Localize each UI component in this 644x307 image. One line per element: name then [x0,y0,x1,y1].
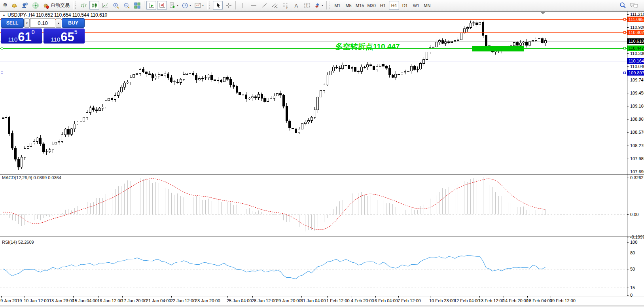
line-chart-button[interactable] [100,1,110,10]
line-selection-handle[interactable] [1,72,3,74]
toolbar-separator [235,1,236,9]
candle-body [176,82,178,82]
one-click-trading-panel: SELL ▼ 0.10 ▲ BUY 110610 110655 [1,18,85,44]
trendline-tool-button[interactable] [259,1,269,10]
zoom-out-icon [123,2,130,9]
timeframe-button-D1[interactable]: D1 [400,1,410,10]
autotrading-button[interactable]: 自动交易 [41,1,71,10]
templates-button[interactable]: ▾ [193,1,205,10]
panel-resize-handle-rsi[interactable] [0,236,627,239]
timeframe-button-M1[interactable]: M1 [332,1,343,10]
timeframe-button-H1[interactable]: H1 [378,1,388,10]
candle-body [279,93,281,95]
candle-body [258,95,259,98]
toolbar-grip[interactable] [329,2,331,9]
journal-button[interactable] [9,1,19,10]
chart-canvas[interactable]: 111.210110.920110.330110.040109.745109.4… [0,11,644,305]
candle-body [148,74,150,74]
candle-body [544,40,546,43]
accounts-button[interactable] [20,1,30,10]
candle-body [152,74,153,78]
line-selection-handle[interactable] [1,47,3,49]
pivot-annotation-text[interactable]: 多空转折点110.447 [335,42,400,52]
signals-button[interactable] [30,1,40,10]
channel-tool-button[interactable]: E [270,1,280,10]
line-selection-handle[interactable] [623,47,625,49]
candle-body [198,79,200,80]
macd-indicator-label: MACD(12,26,9) 0.0399 0.0364 [2,175,61,180]
auto-scroll-button[interactable] [146,1,156,10]
label-tool-button[interactable]: T [302,1,312,10]
candle-body [441,41,443,44]
cursor-button[interactable] [213,1,223,10]
toolbar-grip[interactable] [209,2,211,9]
vertical-line-tool-button[interactable] [238,1,248,10]
candle-body [136,74,138,75]
candle-body [438,41,440,42]
line-selection-handle[interactable] [623,32,625,34]
candle-body [320,91,322,97]
candle-body [457,40,459,41]
tile-windows-button[interactable] [132,1,142,10]
candle-body [276,93,278,96]
collapse-one-click-icon[interactable]: ▲ [2,13,6,17]
candle-body [407,71,409,71]
candle-body [404,72,406,72]
periods-button[interactable]: ▾ [180,1,192,10]
fibonacci-tool-button[interactable]: F [280,1,290,10]
candle-body [476,23,478,25]
sell-price-prefix: 110 [8,36,17,42]
sell-price-display[interactable]: 110610 [1,28,42,44]
candle-body [95,110,97,110]
chart-shift-button[interactable] [157,1,167,10]
candle-body [451,41,453,42]
candle-body [161,74,163,76]
one-click-row-prices: 110610 110655 [1,28,85,44]
timeframe-button-M5[interactable]: M5 [343,1,354,10]
zoom-out-button[interactable] [121,1,131,10]
zoom-in-button[interactable] [111,1,121,10]
candle-body [286,106,288,121]
candle-body [435,42,437,47]
volume-input[interactable]: 0.10 [30,18,55,28]
candle-body [426,52,428,60]
volume-decrease-button[interactable]: ▼ [24,18,30,28]
candle-body [217,80,219,81]
panel-resize-handle-macd[interactable] [0,172,627,175]
line-selection-handle[interactable] [623,19,625,21]
candle-body [214,80,216,80]
dropdown-arrow-icon: ▾ [202,4,204,7]
trendline-icon [261,2,268,9]
buy-button[interactable]: BUY [62,18,85,28]
bar-chart-button[interactable] [79,1,89,10]
chat-button[interactable] [629,1,640,10]
time-axis[interactable] [0,296,644,305]
candle-body [201,78,203,79]
search-button[interactable] [617,1,628,10]
candlestick-chart-button[interactable] [89,1,99,10]
timeframe-button-W1[interactable]: W1 [411,1,421,10]
candle-body [311,117,313,120]
volume-increase-button[interactable]: ▲ [56,18,61,28]
candle-body [354,67,356,71]
crosshair-button[interactable] [224,1,233,10]
text-tool-button[interactable]: A [291,1,301,10]
price-axis[interactable] [627,11,644,296]
candle-body [301,123,303,129]
sell-button[interactable]: SELL [1,18,24,28]
buy-price-display[interactable]: 110655 [44,28,85,44]
candle-body [27,146,29,148]
new-order-button[interactable]: 单 [3,2,8,9]
line-selection-handle[interactable] [623,72,625,74]
horizontal-line-tool-button[interactable] [248,1,258,10]
toolbar-grip[interactable] [75,2,77,9]
chart-background[interactable] [0,11,644,305]
timeframe-button-MN[interactable]: MN [422,1,432,10]
indicators-button[interactable]: ▾ [168,1,180,10]
candle-body [102,107,104,108]
timeframe-button-M30[interactable]: M30 [366,1,377,10]
candle-body [345,65,347,66]
shapes-tool-button[interactable]: ▾ [313,1,324,10]
timeframe-button-H4[interactable]: H4 [389,1,399,10]
timeframe-button-M15[interactable]: M15 [354,1,365,10]
